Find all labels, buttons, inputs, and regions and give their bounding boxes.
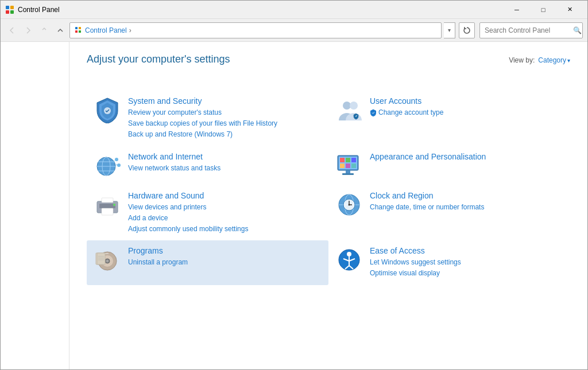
system-security-link-1[interactable]: Save backup copies of your files with Fi… [128,118,322,129]
ease-of-access-link-0[interactable]: Let Windows suggest settings [370,257,563,268]
system-security-text: System and Security Review your computer… [128,96,322,141]
svg-line-19 [115,165,117,165]
clock-region-link-0[interactable]: Change date, time or number formats [370,202,563,213]
svg-point-52 [347,252,351,256]
svg-point-34 [113,204,115,206]
hardware-sound-title[interactable]: Hardware and Sound [128,191,322,200]
programs-title[interactable]: Programs [128,246,322,255]
svg-rect-28 [346,170,350,173]
address-bar: Control Panel › ▾ 🔍 [1,19,587,42]
svg-rect-2 [6,10,9,14]
network-internet-text: Network and Internet View network status… [128,152,322,174]
svg-rect-5 [79,27,81,29]
ease-of-access-icon [335,246,363,274]
search-input[interactable] [485,26,571,34]
ease-of-access-text: Ease of Access Let Windows suggest setti… [370,246,563,279]
ease-of-access-link-1[interactable]: Optimise visual display [370,268,563,279]
appearance-text: Appearance and Personalisation [370,152,563,163]
svg-point-45 [106,260,109,262]
up-button[interactable] [53,24,67,37]
programs-icon [94,246,121,274]
category-ease-of-access[interactable]: Ease of Access Let Windows suggest setti… [328,240,570,285]
category-hardware-sound[interactable]: Hardware and Sound View devices and prin… [87,185,328,241]
svg-rect-6 [75,30,78,33]
network-internet-link-0[interactable]: View network status and tasks [128,163,322,174]
appearance-icon [335,152,363,180]
svg-rect-1 [10,6,14,9]
svg-point-16 [115,158,118,161]
system-security-link-2[interactable]: Back up and Restore (Windows 7) [128,129,322,140]
category-clock-region[interactable]: Clock and Region Change date, time or nu… [328,185,570,241]
ease-of-access-title[interactable]: Ease of Access [370,246,563,255]
svg-rect-27 [351,163,356,168]
main-panel: Adjust your computer's settings View by:… [69,42,587,369]
title-bar: Control Panel ─ □ ✕ [1,1,587,19]
svg-rect-4 [75,27,78,29]
refresh-button[interactable] [459,22,475,38]
system-security-icon [94,96,121,124]
svg-rect-32 [102,208,113,215]
svg-point-18 [117,163,121,167]
svg-rect-47 [97,253,105,264]
breadcrumb-separator: › [129,26,131,34]
clock-region-text: Clock and Region Change date, time or nu… [370,191,563,213]
hardware-sound-text: Hardware and Sound View devices and prin… [128,191,322,235]
category-system-security[interactable]: System and Security Review your computer… [87,91,328,146]
breadcrumb-home[interactable]: Control Panel [85,26,127,34]
page-title: Adjust your computer's settings [87,53,230,65]
user-accounts-text: User Accounts Change account type [370,96,563,118]
programs-text: Programs Uninstall a program [128,246,322,268]
svg-point-41 [349,204,350,205]
category-user-accounts[interactable]: User Accounts Change account type [328,91,570,146]
svg-point-9 [343,102,351,110]
system-security-title[interactable]: System and Security [128,96,322,106]
system-security-link-0[interactable]: Review your computer's status [128,107,322,118]
category-appearance[interactable]: Appearance and Personalisation [328,146,570,185]
window-title: Control Panel [18,6,504,14]
hardware-sound-icon [94,191,121,219]
svg-rect-31 [99,204,115,208]
maximize-button[interactable]: □ [530,1,556,19]
svg-rect-23 [346,158,350,162]
view-by-label: View by: [509,56,535,64]
recent-button[interactable] [37,24,51,37]
close-button[interactable]: ✕ [556,1,583,19]
content-area: Adjust your computer's settings View by:… [1,42,587,369]
svg-rect-3 [10,10,14,14]
hardware-sound-link-1[interactable]: Add a device [128,213,322,224]
address-dropdown[interactable]: ▾ [444,22,455,38]
svg-rect-7 [79,30,81,33]
search-icon: 🔍 [573,26,582,34]
programs-link-0[interactable]: Uninstall a program [128,257,322,268]
svg-point-10 [350,102,358,110]
user-accounts-link-0[interactable]: Change account type [370,107,563,118]
svg-rect-33 [102,198,113,202]
window-controls: ─ □ ✕ [504,1,583,19]
clock-region-title[interactable]: Clock and Region [370,191,563,200]
search-box[interactable]: 🔍 [479,22,583,38]
categories-grid: System and Security Review your computer… [87,91,570,285]
clock-region-icon [335,191,363,219]
forward-button[interactable] [21,24,35,37]
svg-rect-22 [340,158,345,162]
app-icon [5,5,14,14]
back-button[interactable] [5,24,19,37]
svg-rect-25 [340,163,345,168]
svg-rect-29 [342,173,354,175]
svg-rect-24 [351,158,356,162]
user-accounts-icon [335,96,363,124]
hardware-sound-link-2[interactable]: Adjust commonly used mobility settings [128,224,322,235]
svg-rect-26 [346,163,350,168]
cursor-icon [74,240,83,249]
category-network-internet[interactable]: Network and Internet View network status… [87,146,328,185]
hardware-sound-link-0[interactable]: View devices and printers [128,202,322,213]
network-internet-icon [94,152,121,180]
category-programs[interactable]: Programs Uninstall a program [87,240,328,285]
minimize-button[interactable]: ─ [504,1,530,19]
user-accounts-title[interactable]: User Accounts [370,96,563,106]
address-path[interactable]: Control Panel › [69,22,442,38]
view-by-value[interactable]: Category ▾ [538,56,570,64]
network-internet-title[interactable]: Network and Internet [128,152,322,161]
sidebar [1,42,69,369]
appearance-title[interactable]: Appearance and Personalisation [370,152,563,161]
